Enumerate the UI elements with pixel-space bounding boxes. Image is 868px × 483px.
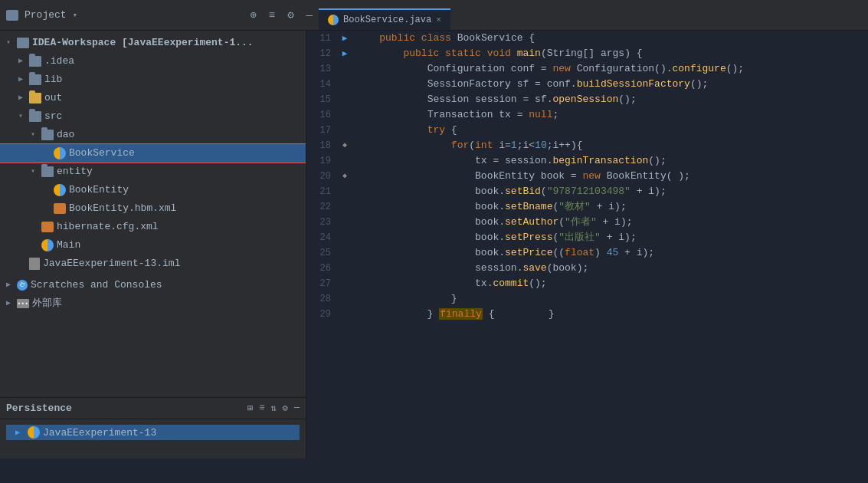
out-label: out — [44, 90, 62, 106]
bottom-panel-content: JavaEEexperiment-13 — [0, 419, 306, 445]
bookentity-label: BookEntity — [69, 182, 129, 198]
code-line-11: 11 ▶ public class BookService { — [306, 31, 868, 46]
line-num-17: 17 — [306, 123, 337, 138]
persistence-item-arrow — [12, 427, 23, 438]
code-line-18: 18 ◆ for(int i=1;i<10;i++){ — [306, 138, 868, 153]
sidebar-content: IDEA-Workspace [JavaEEexperiment-1... .i… — [0, 31, 306, 397]
sidebar-item-entity[interactable]: entity — [0, 163, 306, 181]
idea-arrow — [15, 56, 26, 67]
gutter-20[interactable]: ◆ — [337, 169, 352, 184]
persistence-java-icon — [28, 426, 40, 439]
code-text-12: public static void main(String[] args) { — [352, 46, 868, 61]
bookentity-hbm-xml-icon — [54, 203, 66, 214]
run-arrow-11[interactable]: ▶ — [342, 31, 348, 46]
persistence-gear-icon[interactable]: ⚙ — [283, 402, 288, 414]
extlib-arrow — [3, 298, 14, 309]
sidebar-item-bookentity-hbm[interactable]: BookEntity.hbm.xml — [0, 199, 306, 218]
diamond-18: ◆ — [342, 138, 347, 153]
dao-arrow — [28, 130, 38, 140]
code-text-20: BookEntity book = new BookEntity( ); — [352, 169, 868, 184]
sidebar-item-main[interactable]: Main — [0, 236, 306, 255]
gutter-18[interactable]: ◆ — [337, 138, 352, 153]
idea-label: .idea — [44, 54, 74, 69]
line-num-29: 29 — [306, 307, 337, 322]
code-text-13: Configuration conf = new Configuration()… — [352, 61, 868, 77]
bookservice-tab[interactable]: BookService.java × — [319, 8, 450, 30]
code-line-16: 16 Transaction tx = null; — [306, 107, 868, 123]
workspace-root[interactable]: IDEA-Workspace [JavaEEexperiment-1... — [0, 34, 306, 52]
sidebar-item-src[interactable]: src — [0, 107, 306, 126]
sidebar-item-dao[interactable]: dao — [0, 126, 306, 144]
code-line-22: 22 book.setBname("教材" + i); — [306, 199, 868, 215]
sidebar-item-bookservice[interactable]: BookService — [0, 144, 306, 163]
diamond-20: ◆ — [342, 169, 347, 184]
persistence-project-label: JavaEEexperiment-13 — [43, 427, 156, 439]
code-line-14: 14 SessionFactory sf = conf.buildSession… — [306, 77, 868, 92]
sidebar-item-iml[interactable]: JavaEEexperiment-13.iml — [0, 255, 306, 273]
run-arrow-12[interactable]: ▶ — [342, 46, 348, 61]
line-num-12: 12 — [306, 46, 337, 61]
code-text-21: book.setBid("978712103498" + i); — [352, 184, 868, 199]
dao-folder-icon — [41, 130, 54, 140]
project-dropdown-icon[interactable]: ▾ — [73, 10, 78, 20]
code-line-12: 12 ▶ public static void main(String[] ar… — [306, 46, 868, 61]
bottom-panel-title: Persistence — [6, 402, 72, 414]
sidebar-item-scratches[interactable]: ⏱ Scratches and Consoles — [0, 276, 306, 294]
line-num-22: 22 — [306, 199, 337, 215]
extlib-label: 外部库 — [32, 296, 62, 311]
sidebar-item-hibernate-cfg[interactable]: hibernate.cfg.xml — [0, 218, 306, 236]
sidebar-item-out[interactable]: out — [0, 89, 306, 107]
src-arrow — [15, 111, 26, 122]
scratches-arrow — [3, 280, 14, 291]
persistence-item-inner: JavaEEexperiment-13 — [28, 426, 156, 439]
tab-filename: BookService.java — [343, 15, 431, 25]
persistence-minimize-icon[interactable]: — — [294, 402, 300, 414]
out-folder-icon — [29, 93, 41, 104]
code-line-15: 15 Session session = sf.openSession(); — [306, 92, 868, 107]
minimize-icon[interactable]: — — [306, 9, 313, 21]
line-num-15: 15 — [306, 92, 337, 107]
code-text-29: } finally { } — [352, 307, 868, 322]
gutter-11[interactable]: ▶ — [337, 31, 352, 46]
sidebar-item-bookentity[interactable]: BookEntity — [0, 181, 306, 199]
editor-content: 11 ▶ public class BookService { 12 ▶ pub… — [306, 31, 868, 458]
code-text-25: book.setPrice((float) 45 + i); — [352, 245, 868, 261]
bookservice-label: BookService — [69, 146, 135, 161]
list-icon[interactable]: ≡ — [269, 9, 275, 21]
main-java-icon — [41, 239, 54, 251]
sidebar-item-lib[interactable]: lib — [0, 71, 306, 89]
line-num-23: 23 — [306, 215, 337, 230]
persistence-list-icon[interactable]: ≡ — [259, 402, 264, 414]
code-text-17: try { — [352, 123, 868, 138]
top-bar-icons: ⊕ ≡ ⚙ — — [250, 8, 313, 21]
main-layout: IDEA-Workspace [JavaEEexperiment-1... .i… — [0, 31, 868, 458]
code-line-26: 26 session.save(book); — [306, 261, 868, 276]
scratches-icon: ⏱ — [17, 280, 28, 291]
line-num-11: 11 — [306, 31, 337, 46]
line-num-27: 27 — [306, 276, 337, 291]
code-text-15: Session session = sf.openSession(); — [352, 92, 868, 107]
line-num-24: 24 — [306, 230, 337, 245]
tab-close-button[interactable]: × — [436, 15, 441, 25]
code-text-27: tx.commit(); — [352, 276, 868, 291]
code-line-13: 13 Configuration conf = new Configuratio… — [306, 61, 868, 77]
entity-arrow — [28, 166, 38, 177]
iml-label: JavaEEexperiment-13.iml — [43, 256, 180, 271]
sidebar-item-idea[interactable]: .idea — [0, 52, 306, 71]
code-line-29: 29 } finally { } — [306, 307, 868, 322]
line-num-26: 26 — [306, 261, 337, 276]
code-line-25: 25 book.setPrice((float) 45 + i); — [306, 245, 868, 261]
line-num-16: 16 — [306, 107, 337, 123]
gutter-12[interactable]: ▶ — [337, 46, 352, 61]
line-num-19: 19 — [306, 153, 337, 169]
main-label: Main — [57, 238, 80, 253]
globe-icon[interactable]: ⊕ — [250, 8, 256, 21]
dao-label: dao — [57, 127, 74, 143]
persistence-filter-icon[interactable]: ⇅ — [270, 402, 276, 414]
project-label[interactable]: Project — [25, 9, 67, 21]
persistence-table-icon[interactable]: ⊞ — [247, 402, 253, 414]
sidebar-item-extlib[interactable]: ▪▪▪ 外部库 — [0, 294, 306, 313]
code-editor[interactable]: 11 ▶ public class BookService { 12 ▶ pub… — [306, 31, 868, 458]
gear-icon[interactable]: ⚙ — [287, 8, 293, 21]
persistence-project-item[interactable]: JavaEEexperiment-13 — [6, 425, 300, 440]
